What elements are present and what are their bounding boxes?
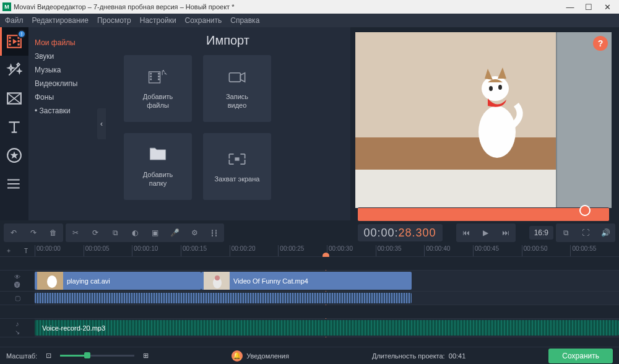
svg-rect-19	[158, 76, 160, 77]
video-track-head: 👁 🅥	[0, 271, 35, 291]
add-track-button[interactable]: ＋	[0, 245, 17, 256]
fullscreen-button[interactable]: ⛶	[576, 223, 595, 242]
play-button[interactable]: ▶	[476, 223, 496, 242]
tool-sidebar: !	[0, 27, 28, 220]
sidebar-transitions-button[interactable]	[0, 84, 28, 113]
zoom-slider[interactable]	[60, 355, 134, 357]
audio-clip[interactable]: Voice-record-20.mp3	[35, 320, 619, 336]
color-adjust-button[interactable]: ◐	[125, 223, 145, 242]
rotate-button[interactable]: ⟳	[85, 223, 105, 242]
undo-button[interactable]: ↶	[4, 223, 24, 242]
detach-preview-button[interactable]: ⧉	[556, 223, 576, 242]
frame-icon[interactable]: ▢	[15, 295, 20, 301]
category-my-files[interactable]: Мои файлы	[35, 36, 99, 50]
maximize-button[interactable]: ☐	[579, 2, 598, 12]
star-circle-icon	[6, 147, 22, 163]
clip-label: playing cat.avi	[67, 277, 110, 285]
category-backgrounds[interactable]: Фоны	[35, 90, 99, 104]
import-title: Импорт	[124, 33, 332, 48]
sidebar-titles-button[interactable]	[0, 113, 28, 141]
aspect-ratio-selector[interactable]: 16:9	[529, 226, 553, 240]
category-videoclips[interactable]: Видеоклипы	[35, 77, 99, 90]
menu-save[interactable]: Сохранить	[185, 16, 222, 25]
next-frame-button[interactable]: ⏭	[496, 223, 516, 242]
transition-insert-button[interactable]: ▣	[145, 223, 165, 242]
ruler-tick: 00:00:05	[84, 245, 132, 256]
tile-label: Захват экрана	[215, 175, 260, 183]
sidebar-import-button[interactable]: !	[0, 27, 28, 56]
preview-content-icon	[463, 64, 531, 163]
sidebar-more-button[interactable]	[0, 170, 28, 198]
project-duration: Длительность проекта: 00:41	[372, 352, 465, 360]
zoom-in-icon[interactable]: ⊞	[143, 352, 149, 360]
duration-value: 00:41	[449, 352, 466, 360]
scissors-icon: ✂	[72, 228, 79, 237]
linked-audio-lane[interactable]	[35, 292, 619, 305]
transition-icon: ▣	[152, 228, 158, 237]
ruler-tick: 00:00:30	[327, 245, 376, 256]
menu-view[interactable]: Просмотр	[97, 16, 131, 25]
aspect-ratio-label: 16:9	[534, 228, 548, 237]
help-button[interactable]: ?	[593, 36, 608, 51]
sidebar-stickers-button[interactable]	[0, 141, 28, 170]
tile-add-folder[interactable]: Добавить папку	[124, 133, 192, 200]
tile-record-video[interactable]: Запись видео	[203, 55, 271, 122]
svg-rect-1	[9, 37, 11, 38]
preview-seekbar[interactable]	[355, 208, 612, 220]
text-icon	[6, 119, 22, 135]
tile-add-files[interactable]: Добавить файлы	[124, 55, 192, 122]
ruler-tick: 00:00:00	[35, 245, 84, 256]
menu-help[interactable]: Справка	[230, 16, 259, 25]
audio-properties-button[interactable]: ┇┇	[204, 223, 224, 242]
eye-icon[interactable]: 👁	[14, 274, 20, 280]
video-clip[interactable]: Video Of Funny Cat.mp4	[201, 272, 412, 290]
plus-icon: ＋	[6, 246, 12, 255]
timeline-text-button[interactable]: T	[17, 245, 35, 256]
music-note-icon[interactable]: ♪	[15, 320, 19, 327]
collapse-panel-button[interactable]: ‹	[97, 108, 106, 139]
list-icon	[6, 176, 22, 192]
prev-frame-button[interactable]: ⏮	[456, 223, 476, 242]
play-icon: ▶	[483, 228, 488, 237]
contrast-icon: ◐	[132, 228, 138, 237]
notifications-button[interactable]: 🔔 Уведомления	[232, 350, 289, 362]
seekbar-track[interactable]	[358, 207, 609, 221]
close-button[interactable]: ✕	[598, 2, 617, 12]
minimize-button[interactable]: —	[561, 2, 579, 12]
menu-edit[interactable]: Редактирование	[32, 16, 89, 25]
menu-settings[interactable]: Настройки	[140, 16, 176, 25]
save-button-label: Сохранить	[562, 352, 599, 360]
ruler-tick: 00:00:50	[522, 245, 571, 256]
zoom-fit-icon[interactable]: ⊡	[46, 352, 51, 360]
video-track-lane[interactable]: playing cat.avi Video Of Funny Cat.mp4	[35, 271, 619, 291]
category-sounds[interactable]: Звуки	[35, 50, 99, 63]
voiceover-button[interactable]: 🎤	[165, 223, 184, 242]
svg-point-33	[47, 275, 57, 288]
tile-screen-capture[interactable]: Захват экрана	[203, 133, 271, 200]
redo-button[interactable]: ↷	[24, 223, 43, 242]
category-intros[interactable]: • Заставки	[35, 104, 99, 118]
preview-timecode: 00:00:28.300	[358, 224, 443, 241]
delete-button[interactable]: 🗑	[43, 223, 63, 242]
audio-track-lane[interactable]: Voice-record-20.mp3	[35, 319, 619, 337]
preview-video[interactable]	[355, 32, 612, 208]
volume-button[interactable]: 🔊	[595, 223, 615, 242]
waveform[interactable]	[35, 293, 412, 303]
import-categories: Мои файлы Звуки Музыка Видеоклипы Фоны •…	[28, 27, 105, 220]
link-icon[interactable]: 🅥	[14, 282, 20, 288]
video-clip[interactable]: playing cat.avi	[35, 272, 201, 290]
category-music[interactable]: Музыка	[35, 63, 99, 77]
sidebar-filters-button[interactable]	[0, 56, 28, 84]
save-button[interactable]: Сохранить	[548, 349, 613, 363]
linked-audio-track-head: ▢	[0, 292, 35, 305]
crop-button[interactable]: ⧉	[105, 223, 125, 242]
timeline-ruler[interactable]: ＋ T 00:00:00 00:00:05 00:00:10 00:00:15 …	[0, 245, 619, 256]
cut-button[interactable]: ✂	[66, 223, 85, 242]
svg-marker-10	[11, 152, 19, 159]
svg-rect-5	[17, 40, 19, 42]
link-track-icon[interactable]: ↘	[15, 329, 20, 336]
camera-icon	[226, 67, 248, 86]
menu-file[interactable]: Файл	[5, 16, 24, 25]
clip-properties-button[interactable]: ⚙	[184, 223, 204, 242]
svg-rect-25	[235, 157, 239, 160]
